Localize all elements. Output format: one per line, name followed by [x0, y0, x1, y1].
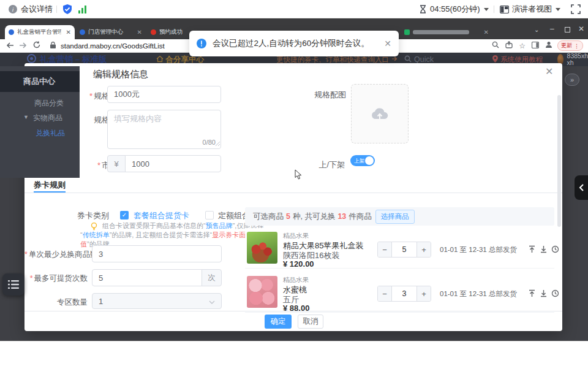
tab-close-icon[interactable]: ✕: [64, 29, 71, 36]
share-page-icon[interactable]: [505, 41, 513, 50]
zone-count-select[interactable]: 1: [92, 293, 222, 309]
panel-handle[interactable]: [575, 175, 588, 200]
plus-button[interactable]: +: [417, 242, 431, 257]
fullscreen-icon[interactable]: [571, 4, 581, 17]
meeting-top-bar: i 会议详情 04:55(60分钟) 演讲者视图: [0, 0, 588, 18]
minus-button[interactable]: −: [378, 242, 391, 257]
delivery-method: 总部发货: [489, 245, 517, 254]
kebab-menu-icon: ⋮: [574, 43, 579, 49]
min-exchange-input[interactable]: 3: [92, 245, 222, 262]
search-input[interactable]: Quick: [414, 55, 434, 64]
divider: [494, 6, 494, 13]
product-row: 精品水果 精品大果85苹果礼盒装 陕西洛阳16枚装 ¥ 120.00 − 5 +…: [245, 228, 554, 269]
minus-button[interactable]: −: [378, 286, 391, 301]
security-shield-icon[interactable]: [62, 4, 72, 17]
move-top-icon[interactable]: [528, 289, 536, 300]
sidebar-group-goods-center[interactable]: 商品中心: [0, 71, 80, 92]
toast-close-icon[interactable]: ✕: [384, 39, 391, 48]
window-close-icon[interactable]: ✕: [578, 25, 584, 33]
layout-view-icon[interactable]: [500, 5, 509, 16]
meeting-window: i 会议详情 04:55(60分钟) 演讲者视图 礼盒营销平台管理中心 ✕: [0, 0, 588, 374]
meeting-title[interactable]: 会议详情: [21, 0, 53, 18]
checkbox-checked[interactable]: ✓: [120, 211, 129, 219]
forward-icon[interactable]: [20, 42, 27, 50]
select-products-button[interactable]: 选择商品: [375, 210, 415, 224]
chevron-left-icon: [579, 184, 584, 191]
shelf-label: 上/下架: [309, 159, 345, 170]
reload-icon[interactable]: [33, 41, 40, 50]
checkbox-unchecked[interactable]: [205, 211, 214, 219]
sidebar-item-redeem-gifts[interactable]: 兑换礼品: [36, 128, 65, 139]
required-asterisk: *: [30, 274, 33, 283]
toast-message: 会议已超过2人,自动转为60分钟限时会议。: [213, 38, 384, 49]
divider: [56, 6, 57, 13]
tab-favicon: [80, 29, 85, 35]
collapse-panel-button[interactable]: »: [565, 74, 579, 86]
max-pickup-input[interactable]: 5: [92, 269, 202, 286]
spec-name-input[interactable]: 1000元: [107, 86, 221, 103]
sidebar-item-physical-goods[interactable]: 实物商品: [33, 113, 62, 123]
move-bottom-icon[interactable]: [540, 245, 548, 256]
cancel-button[interactable]: 取消: [298, 315, 323, 329]
tab-close-icon[interactable]: ✕: [481, 29, 489, 36]
view-dropdown-icon[interactable]: [556, 8, 560, 11]
side-panel-icon[interactable]: [532, 42, 539, 50]
product-brand: 精品水果: [283, 232, 309, 240]
image-upload-dropzone[interactable]: [351, 84, 409, 143]
quantity-stepper: − 5 +: [377, 242, 431, 258]
profile-icon[interactable]: [545, 41, 552, 50]
back-icon[interactable]: [6, 42, 13, 50]
resize-handle[interactable]: [216, 139, 220, 148]
tab-coupon-rules[interactable]: 券卡规则: [34, 180, 66, 191]
move-top-icon[interactable]: [528, 245, 536, 256]
active-tab-underline: [34, 191, 66, 193]
footer-divider: [24, 311, 562, 311]
zoom-page-icon[interactable]: [492, 41, 499, 50]
tip-line2: “传统拆单”的品牌, 且定额组合提货卡需选择“显示券卡面: [80, 231, 246, 240]
tab-close-icon[interactable]: ✕: [135, 29, 142, 36]
meeting-timer: 04:55(60分钟): [430, 0, 480, 18]
chevron-down-icon: [209, 297, 215, 306]
modal-close-icon[interactable]: ✕: [545, 66, 553, 77]
schedule-clock-icon[interactable]: [551, 245, 559, 256]
move-bottom-icon[interactable]: [540, 289, 548, 300]
tab-favicon: [9, 29, 14, 35]
card-type-label: 券卡类别: [62, 210, 109, 221]
confirm-button[interactable]: 确定: [265, 315, 292, 329]
window-minimize-icon[interactable]: –: [550, 25, 554, 33]
browser-tab[interactable]: ✕: [401, 25, 492, 39]
product-total-count: 13: [337, 212, 346, 221]
signal-strength-icon[interactable]: [78, 5, 88, 16]
view-mode-selector[interactable]: 演讲者视图: [512, 0, 552, 18]
meeting-toolbar: 解除静音 开启视频 共享屏幕 邀请 成员(4) 聊天 录制: [0, 341, 588, 374]
quantity-value[interactable]: 5: [391, 242, 417, 257]
browser-tab-active[interactable]: 礼盒营销平台管理中心 ✕: [5, 25, 75, 39]
tab-search-icon[interactable]: ⌄: [534, 26, 539, 33]
max-pickup-label: *最多可提货次数: [24, 273, 88, 284]
plus-button[interactable]: +: [417, 286, 431, 301]
window-maximize-icon[interactable]: [565, 27, 570, 32]
caret-down-icon: ▼: [23, 114, 29, 120]
browser-update-button[interactable]: 更新⋮: [557, 40, 583, 51]
shelf-toggle[interactable]: 上架: [350, 155, 375, 166]
timer-dropdown-icon[interactable]: [484, 8, 489, 11]
card-type-option1[interactable]: 套餐组合提货卡: [134, 210, 189, 221]
meeting-list-float-button[interactable]: [2, 273, 24, 296]
bookmark-star-icon[interactable]: ☆: [519, 42, 526, 50]
date-range: 01-01 至 12-31: [440, 289, 487, 299]
tab-label: 礼盒营销平台管理中心: [17, 28, 61, 36]
schedule-clock-icon[interactable]: [551, 289, 559, 300]
sidebar-item-categories[interactable]: 商品分类: [34, 98, 64, 109]
meeting-toast: 会议已超过2人,自动转为60分钟限时会议。 ✕: [189, 31, 399, 56]
spec-content-textarea[interactable]: 填写规格内容 0/80: [107, 110, 221, 149]
date-range: 01-01 至 12-31: [440, 245, 487, 254]
market-price-input[interactable]: 1000: [125, 155, 221, 172]
info-icon[interactable]: i: [9, 5, 17, 16]
modal-scrollbar[interactable]: [557, 95, 561, 227]
modal-title: 编辑规格信息: [93, 69, 148, 80]
quantity-value[interactable]: 3: [391, 286, 417, 301]
zone-count-label: 专区数量: [24, 297, 88, 308]
browser-tab[interactable]: 门店管理中心 ✕: [76, 25, 146, 39]
currency-prefix: ¥: [107, 155, 126, 172]
tip-line1: 组合卡设置受限于商品基本信息的“预售品牌”,仅能选择: [102, 221, 263, 231]
